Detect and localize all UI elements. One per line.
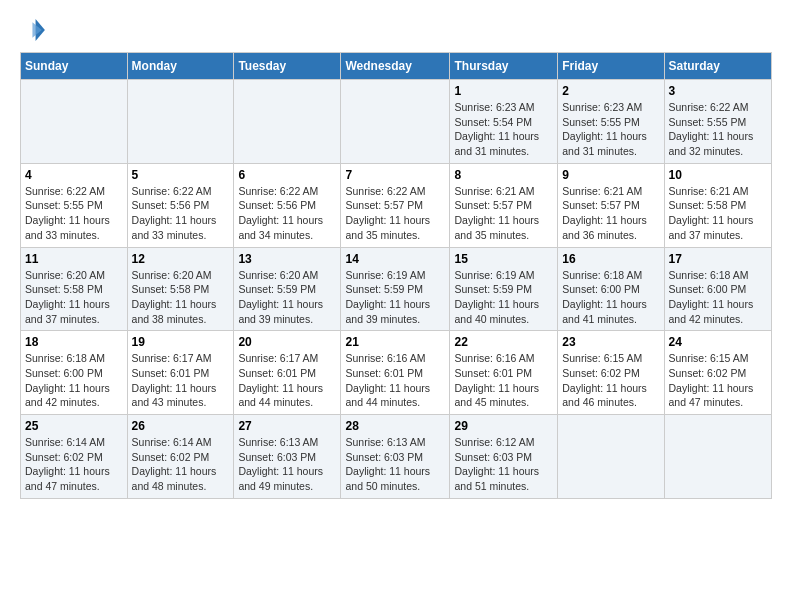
calendar-cell: 20Sunrise: 6:17 AMSunset: 6:01 PMDayligh… xyxy=(234,331,341,415)
day-detail: Sunrise: 6:18 AMSunset: 6:00 PMDaylight:… xyxy=(25,351,123,410)
calendar-cell xyxy=(127,80,234,164)
day-number: 23 xyxy=(562,335,659,349)
day-number: 4 xyxy=(25,168,123,182)
calendar-cell: 29Sunrise: 6:12 AMSunset: 6:03 PMDayligh… xyxy=(450,415,558,499)
calendar-cell: 2Sunrise: 6:23 AMSunset: 5:55 PMDaylight… xyxy=(558,80,664,164)
day-detail: Sunrise: 6:19 AMSunset: 5:59 PMDaylight:… xyxy=(345,268,445,327)
calendar-cell: 24Sunrise: 6:15 AMSunset: 6:02 PMDayligh… xyxy=(664,331,771,415)
logo-icon xyxy=(20,16,48,44)
day-number: 12 xyxy=(132,252,230,266)
calendar-cell: 3Sunrise: 6:22 AMSunset: 5:55 PMDaylight… xyxy=(664,80,771,164)
calendar-cell: 7Sunrise: 6:22 AMSunset: 5:57 PMDaylight… xyxy=(341,163,450,247)
calendar-cell: 19Sunrise: 6:17 AMSunset: 6:01 PMDayligh… xyxy=(127,331,234,415)
day-number: 20 xyxy=(238,335,336,349)
calendar-cell: 15Sunrise: 6:19 AMSunset: 5:59 PMDayligh… xyxy=(450,247,558,331)
day-number: 29 xyxy=(454,419,553,433)
day-number: 9 xyxy=(562,168,659,182)
calendar-cell: 5Sunrise: 6:22 AMSunset: 5:56 PMDaylight… xyxy=(127,163,234,247)
calendar-cell: 1Sunrise: 6:23 AMSunset: 5:54 PMDaylight… xyxy=(450,80,558,164)
day-detail: Sunrise: 6:13 AMSunset: 6:03 PMDaylight:… xyxy=(345,435,445,494)
calendar-cell: 27Sunrise: 6:13 AMSunset: 6:03 PMDayligh… xyxy=(234,415,341,499)
calendar-cell: 6Sunrise: 6:22 AMSunset: 5:56 PMDaylight… xyxy=(234,163,341,247)
day-detail: Sunrise: 6:20 AMSunset: 5:58 PMDaylight:… xyxy=(25,268,123,327)
header-sunday: Sunday xyxy=(21,53,128,80)
header-tuesday: Tuesday xyxy=(234,53,341,80)
week-row-3: 11Sunrise: 6:20 AMSunset: 5:58 PMDayligh… xyxy=(21,247,772,331)
day-number: 13 xyxy=(238,252,336,266)
day-detail: Sunrise: 6:12 AMSunset: 6:03 PMDaylight:… xyxy=(454,435,553,494)
day-detail: Sunrise: 6:23 AMSunset: 5:54 PMDaylight:… xyxy=(454,100,553,159)
page-header xyxy=(20,16,772,44)
day-detail: Sunrise: 6:20 AMSunset: 5:59 PMDaylight:… xyxy=(238,268,336,327)
calendar-cell: 16Sunrise: 6:18 AMSunset: 6:00 PMDayligh… xyxy=(558,247,664,331)
calendar-cell: 9Sunrise: 6:21 AMSunset: 5:57 PMDaylight… xyxy=(558,163,664,247)
day-number: 1 xyxy=(454,84,553,98)
day-detail: Sunrise: 6:21 AMSunset: 5:57 PMDaylight:… xyxy=(562,184,659,243)
day-number: 22 xyxy=(454,335,553,349)
day-detail: Sunrise: 6:17 AMSunset: 6:01 PMDaylight:… xyxy=(238,351,336,410)
calendar-cell: 11Sunrise: 6:20 AMSunset: 5:58 PMDayligh… xyxy=(21,247,128,331)
calendar-cell: 4Sunrise: 6:22 AMSunset: 5:55 PMDaylight… xyxy=(21,163,128,247)
day-detail: Sunrise: 6:15 AMSunset: 6:02 PMDaylight:… xyxy=(562,351,659,410)
day-number: 15 xyxy=(454,252,553,266)
day-detail: Sunrise: 6:21 AMSunset: 5:57 PMDaylight:… xyxy=(454,184,553,243)
calendar-cell: 23Sunrise: 6:15 AMSunset: 6:02 PMDayligh… xyxy=(558,331,664,415)
header-friday: Friday xyxy=(558,53,664,80)
day-detail: Sunrise: 6:18 AMSunset: 6:00 PMDaylight:… xyxy=(669,268,767,327)
day-number: 10 xyxy=(669,168,767,182)
day-number: 5 xyxy=(132,168,230,182)
calendar-cell xyxy=(234,80,341,164)
header-saturday: Saturday xyxy=(664,53,771,80)
week-row-1: 1Sunrise: 6:23 AMSunset: 5:54 PMDaylight… xyxy=(21,80,772,164)
day-detail: Sunrise: 6:20 AMSunset: 5:58 PMDaylight:… xyxy=(132,268,230,327)
calendar-cell xyxy=(664,415,771,499)
calendar-cell: 18Sunrise: 6:18 AMSunset: 6:00 PMDayligh… xyxy=(21,331,128,415)
day-number: 17 xyxy=(669,252,767,266)
header-thursday: Thursday xyxy=(450,53,558,80)
calendar-cell: 12Sunrise: 6:20 AMSunset: 5:58 PMDayligh… xyxy=(127,247,234,331)
calendar-cell: 14Sunrise: 6:19 AMSunset: 5:59 PMDayligh… xyxy=(341,247,450,331)
day-detail: Sunrise: 6:18 AMSunset: 6:00 PMDaylight:… xyxy=(562,268,659,327)
calendar-cell xyxy=(21,80,128,164)
day-detail: Sunrise: 6:22 AMSunset: 5:55 PMDaylight:… xyxy=(25,184,123,243)
logo xyxy=(20,16,52,44)
day-number: 6 xyxy=(238,168,336,182)
day-detail: Sunrise: 6:22 AMSunset: 5:56 PMDaylight:… xyxy=(132,184,230,243)
day-detail: Sunrise: 6:14 AMSunset: 6:02 PMDaylight:… xyxy=(25,435,123,494)
day-detail: Sunrise: 6:19 AMSunset: 5:59 PMDaylight:… xyxy=(454,268,553,327)
header-monday: Monday xyxy=(127,53,234,80)
day-detail: Sunrise: 6:16 AMSunset: 6:01 PMDaylight:… xyxy=(345,351,445,410)
day-detail: Sunrise: 6:17 AMSunset: 6:01 PMDaylight:… xyxy=(132,351,230,410)
day-number: 2 xyxy=(562,84,659,98)
day-detail: Sunrise: 6:21 AMSunset: 5:58 PMDaylight:… xyxy=(669,184,767,243)
header-wednesday: Wednesday xyxy=(341,53,450,80)
calendar-cell xyxy=(558,415,664,499)
day-number: 3 xyxy=(669,84,767,98)
day-number: 19 xyxy=(132,335,230,349)
calendar-cell: 21Sunrise: 6:16 AMSunset: 6:01 PMDayligh… xyxy=(341,331,450,415)
day-number: 26 xyxy=(132,419,230,433)
day-detail: Sunrise: 6:22 AMSunset: 5:56 PMDaylight:… xyxy=(238,184,336,243)
day-detail: Sunrise: 6:23 AMSunset: 5:55 PMDaylight:… xyxy=(562,100,659,159)
day-number: 27 xyxy=(238,419,336,433)
day-number: 14 xyxy=(345,252,445,266)
day-detail: Sunrise: 6:22 AMSunset: 5:55 PMDaylight:… xyxy=(669,100,767,159)
day-number: 28 xyxy=(345,419,445,433)
calendar-cell: 22Sunrise: 6:16 AMSunset: 6:01 PMDayligh… xyxy=(450,331,558,415)
day-detail: Sunrise: 6:16 AMSunset: 6:01 PMDaylight:… xyxy=(454,351,553,410)
calendar-header-row: SundayMondayTuesdayWednesdayThursdayFrid… xyxy=(21,53,772,80)
calendar-cell: 28Sunrise: 6:13 AMSunset: 6:03 PMDayligh… xyxy=(341,415,450,499)
day-detail: Sunrise: 6:22 AMSunset: 5:57 PMDaylight:… xyxy=(345,184,445,243)
week-row-4: 18Sunrise: 6:18 AMSunset: 6:00 PMDayligh… xyxy=(21,331,772,415)
week-row-5: 25Sunrise: 6:14 AMSunset: 6:02 PMDayligh… xyxy=(21,415,772,499)
calendar-cell: 17Sunrise: 6:18 AMSunset: 6:00 PMDayligh… xyxy=(664,247,771,331)
day-detail: Sunrise: 6:15 AMSunset: 6:02 PMDaylight:… xyxy=(669,351,767,410)
calendar-cell: 10Sunrise: 6:21 AMSunset: 5:58 PMDayligh… xyxy=(664,163,771,247)
day-number: 21 xyxy=(345,335,445,349)
calendar-cell: 13Sunrise: 6:20 AMSunset: 5:59 PMDayligh… xyxy=(234,247,341,331)
day-number: 25 xyxy=(25,419,123,433)
day-number: 11 xyxy=(25,252,123,266)
day-number: 18 xyxy=(25,335,123,349)
day-number: 16 xyxy=(562,252,659,266)
day-detail: Sunrise: 6:13 AMSunset: 6:03 PMDaylight:… xyxy=(238,435,336,494)
